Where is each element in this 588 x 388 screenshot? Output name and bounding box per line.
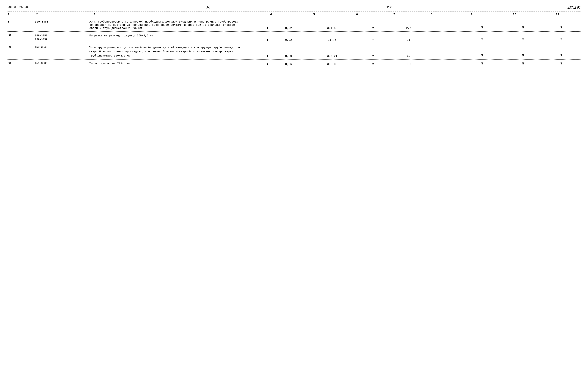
row-88-desc: Поправка на разницу толщин д.2I9x4,5 мм [89, 34, 242, 42]
row-88-code: I59-3358I59-3359 [35, 34, 89, 42]
row-89-num: 89 [7, 46, 35, 58]
col-header-7: 7 [374, 13, 414, 16]
row-88-d7: II [390, 39, 428, 42]
row-90-code: I59-3333 [35, 62, 89, 66]
row-88-unit: т [242, 39, 269, 42]
row-89-d6: = [357, 55, 390, 58]
row-89-unit: т [242, 55, 269, 58]
row-87-d7: 277 [390, 27, 428, 30]
row-90-d6: = [357, 63, 390, 66]
col-header-5: 5 [288, 13, 340, 16]
table-row: 87 I59-3358 Узлы трубопроводов с уста-но… [7, 20, 581, 30]
col-header-2: 2 [36, 13, 93, 16]
divider-top [7, 11, 581, 11]
page-info: (5) [205, 6, 211, 10]
col-header-9: 9 [449, 13, 495, 16]
row-89-code: I59-3348 [35, 46, 89, 58]
row-87-d8: - [428, 27, 460, 30]
row-90-d8: - [428, 63, 460, 66]
row-87-num: 87 [7, 20, 35, 30]
column-headers: I 2 3 4 5 6 7 8 9 I0 II [7, 12, 581, 17]
row-90-d5: 385,33 [308, 63, 357, 66]
row-90-num: 90 [7, 62, 35, 66]
row-87-desc: Узлы трубопроводов с уста-новкой необход… [89, 20, 242, 30]
table-row: 89 I59-3348 Узлы трубопроводов с уста-но… [7, 46, 581, 58]
row-90-unit: т [242, 63, 269, 66]
row-90-d11: = [542, 63, 581, 66]
row-89-desc: Узлы трубопроводов с уста-новкой необход… [89, 46, 242, 58]
row-89-d8: - [428, 55, 460, 58]
page-container: 90I-3- 259.89 (5) 112 23702-05 I 2 3 4 5… [7, 6, 581, 66]
row-88-d11: = [542, 39, 581, 42]
row-87-d10: = [504, 27, 542, 30]
col-header-3: 3 [93, 13, 254, 16]
row-90-d9: = [460, 63, 504, 66]
row-90-d4: 0,36 [269, 63, 308, 66]
row-90-d10: = [504, 63, 542, 66]
col-header-10: I0 [495, 13, 535, 16]
row-87-d9: = [460, 27, 504, 30]
page-num: 112 [387, 6, 392, 10]
row-90-desc: То же, диаметром I08x4 мм [89, 62, 242, 66]
row-87-d11: = [542, 27, 581, 30]
table-row: 90 I59-3333 То же, диаметром I08x4 мм т … [7, 62, 581, 66]
col-header-8: 8 [414, 13, 449, 16]
row-87-d6: = [357, 27, 390, 30]
doc-number: 90I-3- 259.89 [7, 6, 29, 10]
page-header: 90I-3- 259.89 (5) 112 23702-05 [7, 6, 581, 10]
divider-headers [7, 18, 581, 18]
row-88-d8: - [428, 39, 460, 42]
col-header-4: 4 [254, 13, 288, 16]
col-header-6: 6 [340, 13, 374, 16]
row-89-d10: = [504, 55, 542, 58]
col-header-11: II [535, 13, 581, 16]
row-88-d5: II,75 [308, 39, 357, 42]
row-88-num: 88 [7, 34, 35, 42]
doc-code: 23702-05 [567, 6, 581, 10]
row-89-d9: = [460, 55, 504, 58]
row-divider-88 [7, 43, 581, 43]
row-89-d11: = [542, 55, 581, 58]
row-88-d6: = [357, 39, 390, 42]
row-89-d4: 0,20 [269, 55, 308, 58]
row-88-d9: = [460, 39, 504, 42]
row-88-d10: = [504, 39, 542, 42]
row-87-unit: т [242, 27, 269, 30]
row-89-d5: 335,2I [308, 55, 357, 58]
row-87-d5: 30I,53 [308, 27, 357, 30]
row-87-code: I59-3358 [35, 20, 89, 30]
row-90-d7: I39 [390, 63, 428, 66]
table-row: 88 I59-3358I59-3359 Поправка на разницу … [7, 34, 581, 42]
row-89-d7: 67 [390, 55, 428, 58]
col-header-1: I [7, 13, 36, 16]
row-87-d4: 0,92 [269, 27, 308, 30]
row-88-d4: 0,92 [269, 39, 308, 42]
